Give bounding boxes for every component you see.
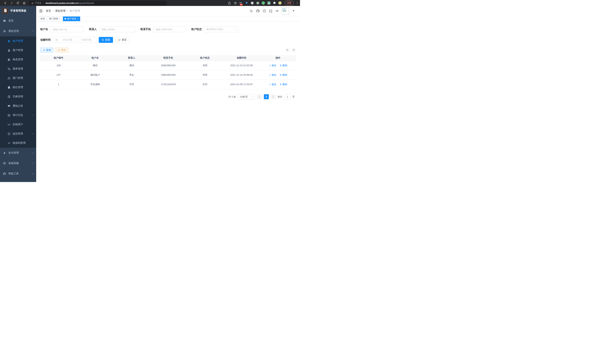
range-separator: - <box>76 38 77 41</box>
sidebar-item-label: 基础设施 <box>8 162 19 165</box>
table-row: 108 测试 测试 15601691300 关闭 2021-12-14 21:0… <box>40 61 296 70</box>
edit-log-icon <box>7 114 10 117</box>
delete-row-button[interactable]: 删除 <box>280 64 287 67</box>
col-status: 租户状态 <box>187 55 223 61</box>
page-size-select[interactable]: 10条/页 <box>238 94 255 99</box>
col-created: 创建时间 <box>223 55 260 61</box>
browser-forward-icon[interactable] <box>10 1 13 5</box>
sidebar-subitem-audit-log[interactable]: 审计日志 <box>0 111 36 120</box>
sidebar-subitem-label: 租户管理 <box>13 39 23 43</box>
close-icon[interactable]: × <box>59 18 60 20</box>
phone-input[interactable] <box>153 26 186 32</box>
next-page-button[interactable] <box>271 94 276 99</box>
browser-reload-icon[interactable] <box>16 1 20 5</box>
sidebar-subitem-error-code[interactable]: 错误码管理 <box>0 138 36 148</box>
create-time-range-picker[interactable]: 开始日期 - 结束日期 <box>53 37 96 43</box>
edit-row-button[interactable]: 修改 <box>269 64 276 67</box>
start-date-placeholder: 开始日期 <box>60 38 75 42</box>
tab-dept[interactable]: 部门管理 × <box>47 17 62 21</box>
show-search-toggle-button[interactable] <box>285 48 290 52</box>
sidebar-item-home[interactable]: 首页 <box>0 16 36 26</box>
sidebar-subitem-notice[interactable]: 通知公告 <box>0 101 36 111</box>
calendar-icon <box>55 38 58 41</box>
breadcrumb-system[interactable]: 系统管理 <box>55 9 66 13</box>
user-avatar[interactable] <box>282 7 289 15</box>
current-page-button[interactable]: 1 <box>264 94 269 99</box>
pinned-extension-icon[interactable]: 10 <box>239 1 243 5</box>
sidebar-subitem-label: 在线用户 <box>13 123 23 126</box>
sidebar-subitem-sms[interactable]: 短信管理 <box>0 129 36 138</box>
address-bar[interactable]: 不安全 dashboard.yudao.iocoder.cn /system/t… <box>28 1 167 5</box>
edit-row-button[interactable]: 修改 <box>269 83 276 86</box>
page-unit-label: 页 <box>292 95 295 99</box>
reset-button[interactable]: 重置 <box>115 37 130 43</box>
kite-extension-icon[interactable] <box>245 1 248 5</box>
help-icon[interactable]: ? <box>263 9 266 13</box>
sidebar-subitem-online-users[interactable]: 在线用户 <box>0 120 36 129</box>
sidebar-subitem-post[interactable]: 岗位管理 <box>0 83 36 92</box>
edit-row-button[interactable]: 修改 <box>269 73 276 77</box>
sidebar-subitem-role[interactable]: 角色管理 <box>0 55 36 64</box>
sidebar-item-devtools[interactable]: 研发工具 <box>0 168 36 179</box>
sidebar-subitem-dept[interactable]: 部门管理 <box>0 74 36 83</box>
export-button[interactable]: 导出 <box>55 47 68 53</box>
search-icon[interactable] <box>250 9 253 13</box>
table-row: 107 测试租户 秃头 15601691300 关闭 2021-12-14 20… <box>40 70 296 80</box>
browser-home-icon[interactable] <box>22 1 26 5</box>
yapi-extension-icon[interactable]: y <box>262 1 265 5</box>
status-label: 租户状态 <box>191 28 202 31</box>
prev-page-button[interactable] <box>257 94 262 99</box>
not-secure-label: 不安全 <box>35 1 42 5</box>
col-actions: 操作 <box>260 55 296 61</box>
tab-tenant[interactable]: 租户管理 × <box>63 17 80 21</box>
sidebar-item-infrastructure[interactable]: 基础设施 <box>0 158 36 168</box>
github-icon[interactable] <box>256 9 260 13</box>
gear-icon <box>3 30 6 33</box>
tenant-name-input[interactable] <box>50 26 84 32</box>
sidebar-collapse-icon[interactable] <box>39 9 43 13</box>
delete-row-button[interactable]: 删除 <box>280 73 287 77</box>
font-size-icon[interactable]: TT <box>276 9 279 13</box>
share-icon[interactable] <box>227 1 231 5</box>
browser-update-button[interactable]: 更新 <box>285 1 294 5</box>
close-icon[interactable]: × <box>77 18 78 20</box>
search-button[interactable]: 搜索 <box>99 37 113 43</box>
avatar-dropdown-caret[interactable] <box>293 10 294 11</box>
extensions-puzzle-icon[interactable] <box>273 1 276 5</box>
browser-back-icon[interactable] <box>3 1 7 5</box>
url-path: /system/tenant <box>78 2 94 4</box>
command-extension-icon[interactable] <box>251 1 254 5</box>
sidebar-item-payment[interactable]: ¥ 支付管理 <box>0 148 36 158</box>
goto-page-input[interactable] <box>284 94 291 99</box>
not-secure-icon <box>31 2 34 4</box>
logo-image <box>2 8 8 14</box>
profile-avatar-icon[interactable] <box>278 1 282 5</box>
chat-extension-icon[interactable] <box>267 1 271 5</box>
recorder-extension-icon[interactable] <box>256 1 259 5</box>
sidebar-subitem-user[interactable]: 用户管理 <box>0 46 36 55</box>
tree-menu-icon <box>7 67 10 70</box>
chevron-down-icon <box>32 152 33 153</box>
svg-text:?: ? <box>264 10 265 12</box>
sidebar-item-system[interactable]: 系统管理 <box>0 26 36 36</box>
total-count: 共 3 条 <box>228 95 236 99</box>
breadcrumb-home[interactable]: 首页 <box>46 9 51 13</box>
add-button[interactable]: 新增 <box>40 47 53 53</box>
browser-menu-icon[interactable] <box>296 2 298 4</box>
table-toolbar: 新增 导出 <box>40 47 296 53</box>
breadcrumb: 首页 / 系统管理 / 租户管理 <box>46 9 80 13</box>
breadcrumb-current: 租户管理 <box>70 9 80 13</box>
refresh-table-button[interactable] <box>291 48 296 52</box>
sidebar-subitem-menu[interactable]: 菜单管理 <box>0 64 36 74</box>
url-host: dashboard.yudao.iocoder.cn <box>46 2 78 4</box>
tab-home[interactable]: 首页 <box>39 17 47 21</box>
delete-row-button[interactable]: 删除 <box>280 83 287 86</box>
goto-label: 前往 <box>278 95 282 99</box>
contact-input[interactable] <box>99 26 135 32</box>
sidebar-subitem-tenant[interactable]: 租户管理 <box>0 36 36 46</box>
bookmark-star-icon[interactable] <box>233 1 237 5</box>
status-select[interactable]: 请选择租户状态 <box>204 26 238 32</box>
fullscreen-icon[interactable] <box>269 9 272 13</box>
sidebar-subitem-label: 岗位管理 <box>13 86 23 89</box>
sidebar-subitem-dict[interactable]: 字典管理 <box>0 92 36 101</box>
